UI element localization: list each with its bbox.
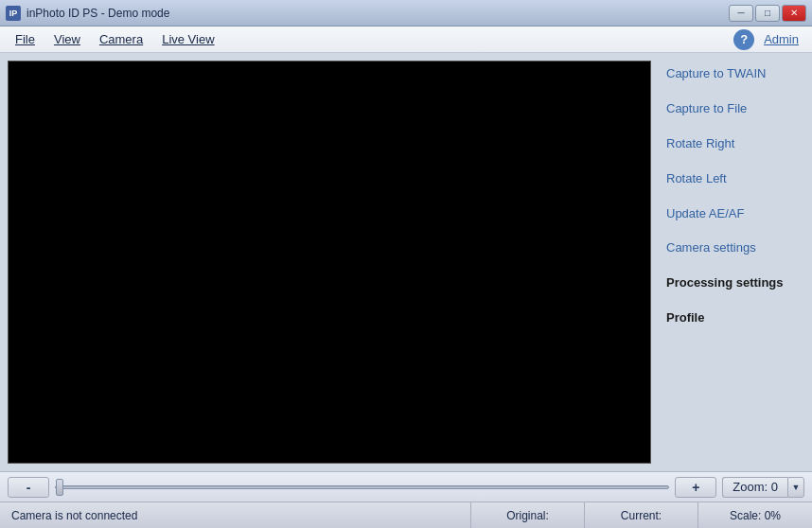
profile-button[interactable]: Profile (651, 301, 812, 336)
menu-liveview[interactable]: Live View (154, 29, 221, 49)
menu-bar: File View Camera Live View ? Admin (0, 26, 812, 53)
zoom-value: Zoom: 0 (722, 477, 787, 498)
toolbar: - + Zoom: 0 ▼ (0, 471, 812, 502)
camera-view (8, 61, 651, 464)
menu-view[interactable]: View (46, 29, 88, 49)
sidebar: Capture to TWAIN Capture to File Rotate … (651, 53, 812, 471)
original-status: Original: (471, 502, 585, 528)
capture-twain-button[interactable]: Capture to TWAIN (651, 57, 812, 92)
zoom-dropdown-button[interactable]: ▼ (787, 477, 804, 498)
processing-settings-button[interactable]: Processing settings (651, 266, 812, 301)
close-button[interactable]: ✕ (782, 5, 806, 22)
title-bar-controls: ─ □ ✕ (729, 5, 806, 22)
rotate-right-button[interactable]: Rotate Right (651, 127, 812, 162)
slider-container (55, 485, 669, 489)
capture-file-button[interactable]: Capture to File (651, 92, 812, 127)
zoom-plus-button[interactable]: + (675, 477, 716, 498)
maximize-button[interactable]: □ (755, 5, 780, 22)
main-content: Capture to TWAIN Capture to File Rotate … (0, 53, 812, 471)
zoom-display: Zoom: 0 ▼ (722, 477, 804, 498)
zoom-minus-button[interactable]: - (8, 477, 49, 498)
menu-camera[interactable]: Camera (92, 29, 150, 49)
title-bar-left: IP inPhoto ID PS - Demo mode (6, 6, 169, 21)
camera-settings-button[interactable]: Camera settings (651, 231, 812, 266)
status-bar: Camera is not connected Original: Curren… (0, 502, 812, 528)
camera-status: Camera is not connected (0, 502, 471, 528)
scale-status: Scale: 0% (698, 502, 812, 528)
title-bar-title: inPhoto ID PS - Demo mode (26, 7, 169, 20)
title-bar: IP inPhoto ID PS - Demo mode ─ □ ✕ (0, 0, 812, 26)
help-button[interactable]: ? (733, 29, 754, 50)
update-aeaf-button[interactable]: Update AE/AF (651, 197, 812, 232)
rotate-left-button[interactable]: Rotate Left (651, 162, 812, 197)
menu-file[interactable]: File (8, 29, 43, 49)
minimize-button[interactable]: ─ (729, 5, 753, 22)
current-status: Current: (585, 502, 698, 528)
admin-button[interactable]: Admin (758, 29, 804, 49)
app-icon: IP (6, 6, 21, 21)
zoom-slider[interactable] (55, 485, 669, 489)
